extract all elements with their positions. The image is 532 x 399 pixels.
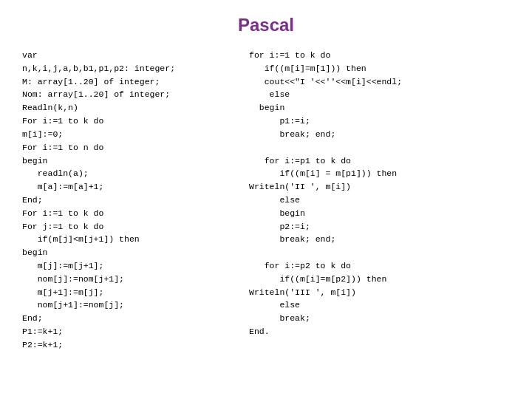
code-left-block: var n,k,i,j,a,b,b1,p1,p2: integer; M: ar… — [22, 49, 234, 352]
page-container: Pascal var n,k,i,j,a,b,b1,p1,p2: integer… — [0, 0, 532, 399]
code-right-panel: for i:=1 to k do if((m[i]=m[1])) then co… — [242, 49, 510, 352]
code-left-panel: var n,k,i,j,a,b,b1,p1,p2: integer; M: ar… — [22, 49, 242, 352]
code-right-block: for i:=1 to k do if((m[i]=m[1])) then co… — [249, 49, 510, 338]
page-title: Pascal — [22, 15, 510, 35]
code-area: var n,k,i,j,a,b,b1,p1,p2: integer; M: ar… — [22, 49, 510, 352]
